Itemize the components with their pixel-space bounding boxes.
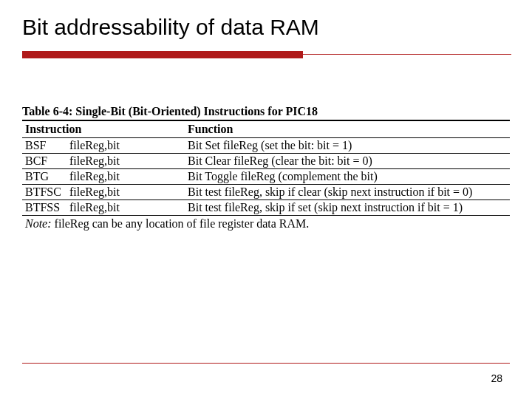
title-area: Bit addressability of data RAM xyxy=(0,0,532,61)
table-caption-row: Table 6-4: Single-Bit (Bit-Oriented) Ins… xyxy=(22,105,510,121)
cell-mnemonic: BCF xyxy=(22,154,66,169)
col-header-function: Function xyxy=(185,121,510,138)
note-label: Note: xyxy=(25,217,52,230)
table-header-row: Instruction Function xyxy=(22,121,510,138)
table-row: BTG fileReg,bit Bit Toggle fileReg (comp… xyxy=(22,169,510,185)
instruction-table-wrap: Table 6-4: Single-Bit (Bit-Oriented) Ins… xyxy=(22,105,510,231)
cell-function: Bit Toggle fileReg (complement the bit) xyxy=(185,169,510,185)
cell-mnemonic: BSF xyxy=(22,138,66,154)
cell-mnemonic: BTFSS xyxy=(22,200,66,216)
table-note: Note: fileReg can be any location of fil… xyxy=(22,215,510,231)
cell-function: Bit Clear fileReg (clear the bit: bit = … xyxy=(185,154,510,169)
table-row: BTFSC fileReg,bit Bit test fileReg, skip… xyxy=(22,185,510,200)
note-text: fileReg can be any location of file regi… xyxy=(52,217,310,230)
slide: Bit addressability of data RAM Table 6-4… xyxy=(0,0,532,399)
cell-args: fileReg,bit xyxy=(66,185,185,200)
table-row: BCF fileReg,bit Bit Clear fileReg (clear… xyxy=(22,154,510,169)
footer-rule xyxy=(22,363,510,364)
table-caption: Table 6-4: Single-Bit (Bit-Oriented) Ins… xyxy=(22,105,318,117)
cell-args: fileReg,bit xyxy=(66,200,185,216)
slide-title: Bit addressability of data RAM xyxy=(22,15,532,40)
cell-mnemonic: BTG xyxy=(22,169,66,185)
cell-function: Bit test fileReg, skip if clear (skip ne… xyxy=(185,185,510,200)
cell-args: fileReg,bit xyxy=(66,154,185,169)
underline-thin xyxy=(303,54,511,55)
col-header-instruction: Instruction xyxy=(22,121,185,138)
underline-thick xyxy=(22,51,303,58)
cell-mnemonic: BTFSC xyxy=(22,185,66,200)
title-underline xyxy=(22,47,532,61)
page-number: 28 xyxy=(491,372,502,384)
table-row: BSF fileReg,bit Bit Set fileReg (set the… xyxy=(22,138,510,154)
instruction-table: Instruction Function BSF fileReg,bit Bit… xyxy=(22,121,510,215)
cell-args: fileReg,bit xyxy=(66,169,185,185)
table-row: BTFSS fileReg,bit Bit test fileReg, skip… xyxy=(22,200,510,216)
cell-function: Bit Set fileReg (set the bit: bit = 1) xyxy=(185,138,510,154)
cell-function: Bit test fileReg, skip if set (skip next… xyxy=(185,200,510,216)
cell-args: fileReg,bit xyxy=(66,138,185,154)
